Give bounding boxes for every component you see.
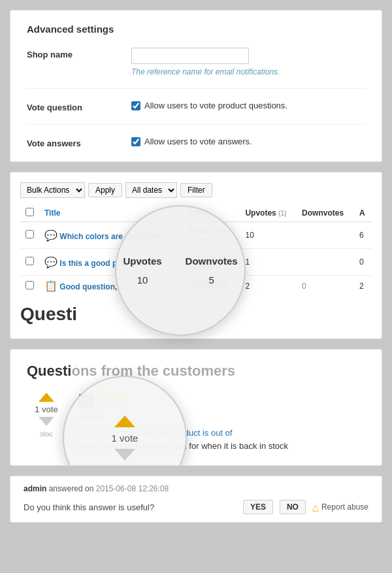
mag2-vote-count: 1 vote [112,433,139,444]
date-filter-select[interactable]: All dates [125,182,177,198]
vote-count-main: 1 vote [35,404,57,414]
mag-header-downvotes: Downvotes [174,252,250,270]
advanced-settings-title: Advanced settings [27,24,365,35]
filter-button[interactable]: Filter [180,183,212,197]
answer-meta: admin answered on 2015-06-08 12:26:08 [24,484,368,493]
apply-button[interactable]: Apply [88,183,122,197]
mag-val-downvotes: 5 [174,270,250,289]
vote-widget-main: 1 vote stoc [27,393,66,452]
bubble-icon-1: 💬 [44,230,57,241]
vote-answers-row: Vote answers Allow users to vote answers… [27,137,365,148]
upvotes-1: 10 [240,222,297,249]
bubble-icon-3: 📋 [44,280,57,291]
warning-icon: △ [312,502,319,512]
magnifier-tooltip-2: 1 vote [63,376,187,466]
bulk-actions-select[interactable]: Bulk Actions [20,182,85,198]
feedback-question: Do you think this answer is useful? [24,502,237,512]
title-partial2: ons from the customers [71,363,235,379]
answer-timestamp: 2015-06-08 12:26:08 [96,484,169,493]
answer-action: answered on [49,484,94,493]
magnifier-tooltip-1: Upvotes Downvotes 10 5 [115,205,246,336]
vote-question-text: Allow users to vote product questions. [144,101,287,110]
vote-answers-label: Vote answers [27,137,131,148]
downvotes-2 [297,249,354,276]
answer-footer-panel: admin answered on 2015-06-08 12:26:08 Do… [10,476,382,523]
downvotes-1 [297,222,354,249]
mag-val-upvotes: 10 [111,270,173,289]
col-upvotes: Upvotes (1) [240,205,297,222]
answers-2: 0 [354,249,372,276]
downvotes-3: 0 [297,276,354,297]
answer-author: admin [24,484,46,493]
mag2-down-arrow [114,449,135,461]
frontend-section: Questions from the customers 1 vote stoc… [10,349,382,466]
row-checkbox-3[interactable] [25,281,34,289]
mag2-up-arrow [114,416,135,427]
row-checkbox-2[interactable] [25,257,34,265]
vote-answers-content: Allow users to vote answers. [131,137,365,146]
vote-question-content: Allow users to vote product questions. [131,101,365,110]
no-button[interactable]: NO [280,500,306,514]
report-label: Report abuse [321,502,368,512]
shop-name-hint: The reference name for email notificatio… [131,67,365,76]
vote-answers-text: Allow users to vote answers. [144,137,252,146]
question-link-3[interactable]: Good question, [59,282,117,291]
vote-question-row: Vote question Allow users to vote produc… [27,101,365,125]
vote-down-arrow[interactable] [39,417,54,426]
shop-name-input[interactable] [131,48,249,64]
answers-3: 2 [354,276,372,297]
advanced-settings-panel: Advanced settings Shop name The referenc… [10,10,382,162]
table-section: Bulk Actions Apply All dates Filter Titl… [10,172,382,339]
vote-up-arrow[interactable] [39,393,54,402]
answer-feedback-row: Do you think this answer is useful? YES … [24,500,368,514]
shop-name-label: Shop name [27,48,131,59]
title-partial: Questi [27,363,71,379]
col-answers: A [354,205,372,222]
col-downvotes: Downvotes [297,205,354,222]
frontend-title: Questions from the customers [27,363,365,380]
shop-name-row: Shop name The reference name for email n… [27,48,365,89]
answers-1: 6 [354,222,372,249]
toolbar: Bulk Actions Apply All dates Filter [20,182,372,198]
vote-question-label: Vote question [27,101,131,112]
bubble-icon-2: 💬 [44,257,57,268]
vote-question-checkbox[interactable] [131,101,140,110]
shop-name-content: The reference name for email notificatio… [131,48,365,76]
mag-header-upvotes: Upvotes [111,252,173,270]
stock-label: stoc [40,430,53,438]
select-all-checkbox[interactable] [25,208,34,216]
row-checkbox-1[interactable] [25,230,34,238]
yes-button[interactable]: YES [243,500,273,514]
report-abuse-button[interactable]: △ Report abuse [312,502,368,512]
vote-answers-checkbox[interactable] [131,137,140,146]
